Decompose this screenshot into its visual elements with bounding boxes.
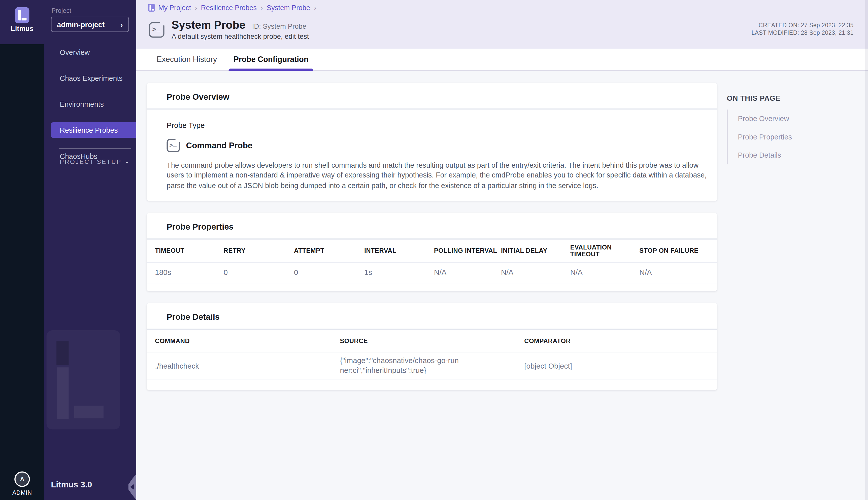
card-divider xyxy=(147,109,717,109)
sidebar-item-resilience-probes[interactable]: Resilience Probes xyxy=(51,122,136,138)
probe-details-title: Probe Details xyxy=(147,303,717,329)
breadcrumb-separator-icon: › xyxy=(261,4,263,12)
litmus-watermark-logo xyxy=(47,330,120,429)
on-this-page-panel: ON THIS PAGE Probe Overview Probe Proper… xyxy=(727,94,860,164)
on-this-page-link-probe-overview[interactable]: Probe Overview xyxy=(738,110,860,128)
collapse-sidebar-icon xyxy=(130,484,134,490)
terminal-icon: >_ xyxy=(149,22,165,38)
page-title: System Probe xyxy=(171,19,245,32)
main-area: My Project › Resilience Probes › System … xyxy=(136,0,868,500)
column-header: ATTEMPT xyxy=(294,247,364,254)
sidebar-divider xyxy=(59,148,131,149)
user-block[interactable]: A ADMIN xyxy=(0,471,44,496)
stop-on-failure-value: N/A xyxy=(639,269,717,277)
project-setup-toggle[interactable]: PROJECT SETUP ⌄ xyxy=(60,158,131,165)
sidebar-item-overview[interactable]: Overview xyxy=(51,44,136,60)
on-this-page-title: ON THIS PAGE xyxy=(727,94,860,102)
page-header: My Project › Resilience Probes › System … xyxy=(136,0,868,48)
row-divider xyxy=(147,379,717,380)
column-header: TIMEOUT xyxy=(155,247,224,254)
details-value-row: ./healthcheck {"image":"chaosnative/chao… xyxy=(147,352,717,379)
interval-value: 1s xyxy=(364,269,434,277)
project-selector-value: admin-project xyxy=(57,20,121,29)
header-meta: CREATED ON: 27 Sep 2023, 22:35 LAST MODI… xyxy=(752,21,854,37)
project-label: Project xyxy=(52,7,71,14)
column-header: COMMAND xyxy=(155,337,340,344)
probe-description: A default system healthcheck probe, edit… xyxy=(171,33,309,41)
on-this-page-link-probe-properties[interactable]: Probe Properties xyxy=(738,128,860,146)
breadcrumb-separator-icon: › xyxy=(314,4,316,12)
tab-bar: Execution History Probe Configuration xyxy=(136,48,868,71)
column-header: STOP ON FAILURE xyxy=(639,247,717,254)
probe-id-text: ID: System Probe xyxy=(252,23,306,31)
properties-value-row: 180s 0 0 1s N/A N/A N/A N/A xyxy=(147,263,717,283)
tab-probe-configuration[interactable]: Probe Configuration xyxy=(229,48,313,70)
probe-overview-card: Probe Overview Probe Type >_ Command Pro… xyxy=(147,83,717,201)
app-rail: Litmus A ADMIN xyxy=(0,0,44,500)
breadcrumb-resilience-probes[interactable]: Resilience Probes xyxy=(201,4,257,12)
column-header: SOURCE xyxy=(340,337,524,344)
command-value: ./healthcheck xyxy=(155,362,340,370)
probe-properties-card: Probe Properties TIMEOUT RETRY ATTEMPT I… xyxy=(147,213,717,291)
column-header: EVALUATION TIMEOUT xyxy=(570,244,640,257)
brand-block[interactable]: Litmus xyxy=(0,0,44,44)
retry-value: 0 xyxy=(224,269,294,277)
details-header-row: COMMAND SOURCE COMPARATOR xyxy=(147,330,717,352)
column-header: INITIAL DELAY xyxy=(501,247,570,254)
created-on-text: CREATED ON: 27 Sep 2023, 22:35 xyxy=(752,21,854,29)
column-header: POLLING INTERVAL xyxy=(434,247,501,254)
tab-execution-history[interactable]: Execution History xyxy=(152,48,222,70)
sidebar-item-environments[interactable]: Environments xyxy=(51,96,136,112)
breadcrumb: My Project › Resilience Probes › System … xyxy=(148,4,320,12)
comparator-value: [object Object] xyxy=(524,362,717,370)
app-version: Litmus 3.0 xyxy=(51,480,92,489)
command-probe-icon: >_ xyxy=(167,139,180,152)
polling-interval-value: N/A xyxy=(434,269,501,277)
sidebar-item-chaos-experiments[interactable]: Chaos Experiments xyxy=(51,70,136,86)
project-selector[interactable]: admin-project › xyxy=(51,16,129,32)
attempt-value: 0 xyxy=(294,269,364,277)
litmus-app: Litmus A ADMIN Project admin-project › O… xyxy=(0,0,868,500)
probe-type-value: Command Probe xyxy=(186,140,252,150)
sidebar-nav: Overview Chaos Experiments Environments … xyxy=(44,42,136,167)
source-value: {"image":"chaosnative/chaos-go-runner:ci… xyxy=(340,356,459,376)
scrollbar[interactable] xyxy=(865,0,868,500)
chevron-right-icon: › xyxy=(121,20,123,29)
breadcrumb-separator-icon: › xyxy=(195,4,197,12)
evaluation-timeout-value: N/A xyxy=(570,269,640,277)
initial-delay-value: N/A xyxy=(501,269,570,277)
litmus-logo-icon xyxy=(15,7,29,23)
probe-type-label: Probe Type xyxy=(167,121,717,129)
properties-header-row: TIMEOUT RETRY ATTEMPT INTERVAL POLLING I… xyxy=(147,239,717,262)
probe-overview-title: Probe Overview xyxy=(147,83,717,109)
user-role-label: ADMIN xyxy=(0,489,44,496)
chevron-down-icon: ⌄ xyxy=(123,158,132,165)
on-this-page-link-probe-details[interactable]: Probe Details xyxy=(738,146,860,164)
row-divider xyxy=(147,283,717,283)
column-header: COMPARATOR xyxy=(524,337,717,344)
column-header: INTERVAL xyxy=(364,247,434,254)
breadcrumb-system-probe[interactable]: System Probe xyxy=(267,4,310,12)
timeout-value: 180s xyxy=(155,269,224,277)
breadcrumb-litmus-icon xyxy=(148,4,155,12)
project-setup-label: PROJECT SETUP xyxy=(60,158,125,164)
sidebar: Project admin-project › Overview Chaos E… xyxy=(44,0,136,500)
probe-type-description: The command probe allows developers to r… xyxy=(167,160,713,191)
content-area: Probe Overview Probe Type >_ Command Pro… xyxy=(136,72,868,500)
brand-name: Litmus xyxy=(11,25,34,33)
avatar[interactable]: A xyxy=(14,471,30,487)
probe-details-card: Probe Details COMMAND SOURCE COMPARATOR … xyxy=(147,303,717,390)
probe-properties-title: Probe Properties xyxy=(147,213,717,238)
column-header: RETRY xyxy=(224,247,294,254)
last-modified-text: LAST MODIFIED: 28 Sep 2023, 21:31 xyxy=(752,29,854,36)
breadcrumb-my-project[interactable]: My Project xyxy=(158,4,191,12)
